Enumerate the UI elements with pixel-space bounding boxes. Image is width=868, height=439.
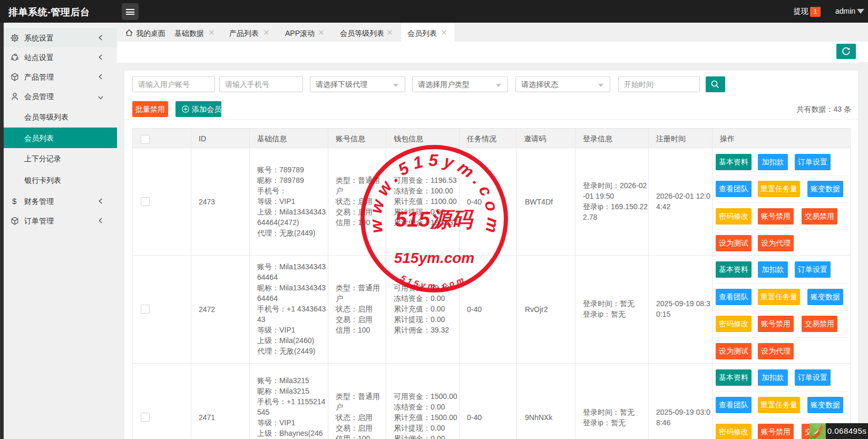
svg-text:515ym.com: 515ym.com: [394, 250, 475, 266]
svg-text:515源码: 515源码: [395, 208, 475, 231]
